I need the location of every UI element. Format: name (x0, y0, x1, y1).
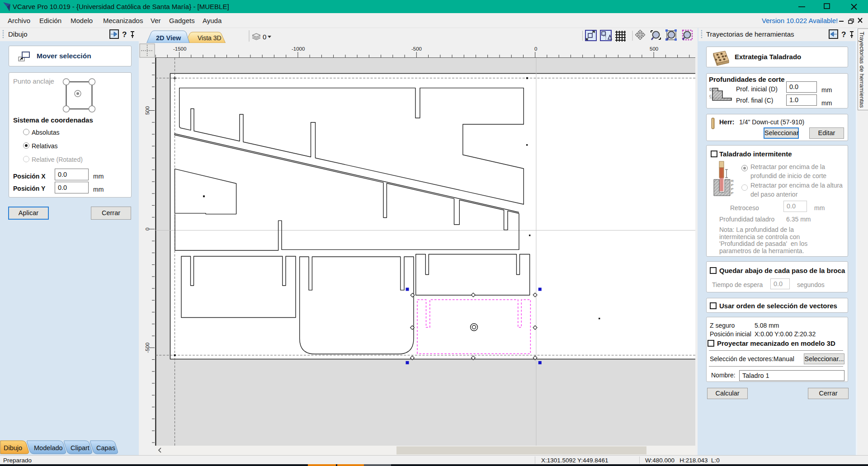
svg-text:P: P (731, 191, 733, 195)
svg-text:-500: -500 (411, 46, 422, 52)
svg-text:-500: -500 (145, 343, 150, 353)
svg-text:P: P (731, 183, 733, 187)
svg-text:R: R (731, 179, 734, 183)
svg-text:0: 0 (534, 46, 537, 52)
svg-text:0: 0 (263, 33, 266, 41)
svg-text:C: C (709, 94, 712, 98)
svg-text:Dibujo: Dibujo (4, 444, 22, 452)
svg-text:Capas: Capas (96, 444, 115, 452)
svg-text:Modelado: Modelado (34, 444, 63, 452)
svg-text:500: 500 (650, 46, 658, 52)
svg-text:D: D (709, 88, 712, 91)
svg-text:500: 500 (145, 106, 150, 115)
svg-text:?: ? (841, 30, 846, 39)
svg-text:?: ? (122, 30, 127, 39)
svg-text:0: 0 (145, 228, 150, 231)
svg-text:-1500: -1500 (173, 46, 186, 52)
svg-text:P: P (731, 187, 733, 191)
svg-text:Clipart: Clipart (71, 444, 90, 452)
svg-text:Vista 3D: Vista 3D (198, 34, 222, 42)
svg-text:2D View: 2D View (156, 34, 181, 42)
svg-text:-1000: -1000 (292, 46, 305, 52)
